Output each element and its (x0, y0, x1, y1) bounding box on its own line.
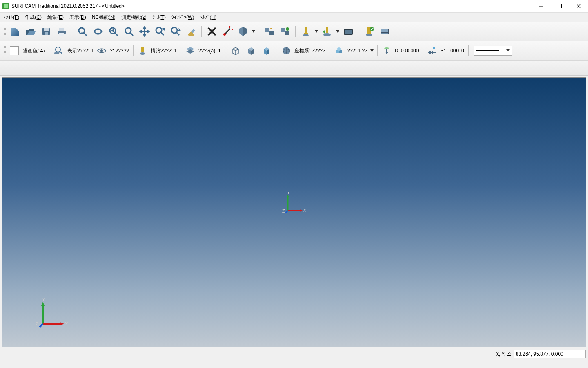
open-file-button[interactable] (24, 25, 38, 38)
zoom-fit-button[interactable] (122, 25, 136, 38)
svg-rect-7 (44, 28, 49, 31)
stock-setup-dropdown[interactable] (336, 25, 340, 38)
layers-label[interactable]: ????(a): 1 (198, 48, 222, 54)
visibility-icon[interactable] (96, 45, 107, 56)
tool-library-dropdown[interactable] (314, 25, 318, 38)
viewport-frame: Y X Z Y X Z (2, 77, 586, 347)
print-button[interactable] (55, 25, 69, 38)
svg-point-86 (337, 47, 341, 51)
svg-text:Z: Z (36, 321, 38, 326)
linetype-preview (476, 50, 499, 52)
close-button[interactable] (569, 0, 588, 12)
stock-setup-button[interactable] (320, 25, 334, 38)
svg-line-104 (285, 211, 288, 213)
status-bar: X, Y, Z: 83.264, 95.877, 0.000 (0, 349, 588, 359)
tool-library-button[interactable] (299, 25, 313, 38)
depth-label[interactable]: D: 0.00000 (394, 48, 420, 54)
delete-button[interactable] (205, 25, 219, 38)
svg-marker-73 (186, 49, 194, 54)
rotate-view-button[interactable] (91, 25, 105, 38)
zoom-window-button[interactable] (76, 25, 89, 38)
svg-point-12 (79, 28, 85, 34)
svg-point-52 (303, 34, 309, 36)
undo-delete-button[interactable] (220, 25, 234, 38)
minimize-button[interactable] (532, 0, 550, 12)
svg-rect-48 (285, 31, 289, 35)
draw-color-label: 描画色: 47 (22, 47, 47, 54)
zoom-out-button[interactable] (169, 25, 183, 38)
zoom-previous-button[interactable] (107, 25, 120, 38)
svg-rect-64 (381, 29, 388, 32)
clear-view-button[interactable] (184, 25, 198, 38)
toolbar-gripper-icon[interactable] (4, 45, 6, 56)
layers-icon[interactable] (185, 45, 196, 56)
maximize-button[interactable] (550, 0, 569, 12)
menu-tools[interactable]: ﾂｰﾙ(T) (152, 14, 166, 20)
svg-line-112 (40, 324, 43, 327)
construction-icon[interactable] (137, 45, 148, 56)
spacing-label[interactable]: S: 1.00000 (439, 48, 465, 54)
wireframe-mode-button[interactable] (229, 44, 243, 58)
svg-text:X: X (303, 208, 307, 213)
svg-point-71 (140, 52, 145, 55)
svg-point-32 (172, 27, 177, 33)
menu-measure[interactable]: 測定機能(z) (121, 14, 147, 21)
menu-view[interactable]: 表示(D) (69, 14, 86, 21)
new-file-button[interactable] (8, 25, 22, 38)
post-process-button[interactable] (378, 25, 392, 38)
svg-point-90 (384, 47, 389, 49)
linetype-select[interactable] (474, 46, 512, 56)
svg-marker-110 (60, 322, 64, 325)
snap-icon[interactable] (333, 45, 345, 56)
operation-manager-button[interactable] (278, 25, 292, 38)
view-layer-label[interactable]: 表示????: 1 (67, 47, 94, 54)
toolbar-spacer (0, 61, 588, 76)
svg-line-13 (84, 33, 87, 36)
spacing-icon[interactable] (426, 45, 438, 56)
menu-nc[interactable]: NC機能(N) (92, 14, 116, 21)
snap-dropdown[interactable] (370, 44, 374, 58)
pan-view-button[interactable] (138, 25, 151, 38)
zoom-in-button[interactable] (153, 25, 167, 38)
verify-button[interactable] (362, 25, 376, 38)
mask-dropdown[interactable] (252, 25, 256, 38)
svg-point-96 (433, 47, 435, 49)
snap-label[interactable]: ???: 1 ?? (346, 48, 368, 54)
shaded-wire-mode-button[interactable] (260, 44, 274, 58)
shaded-mode-button[interactable] (244, 44, 258, 58)
viewport-3d[interactable]: Y X Z Y X Z (2, 78, 586, 347)
toolbar-separator-icon (259, 26, 259, 37)
manage-operations-button[interactable] (263, 25, 276, 38)
svg-rect-44 (265, 28, 270, 32)
toolbar-separator-icon (201, 26, 202, 37)
svg-rect-70 (141, 47, 144, 52)
simulation-button[interactable] (341, 25, 355, 38)
coord-system-label[interactable]: 座標系: ????? (294, 47, 326, 54)
coord-system-icon[interactable] (281, 45, 292, 56)
toolbar-separator-icon (277, 45, 277, 56)
toolbar-separator-icon (377, 45, 378, 56)
save-file-button[interactable] (39, 25, 53, 38)
window-title-bar: SURFCAM Traditional 2021.0.2052.217 - <U… (0, 0, 588, 13)
svg-line-33 (176, 32, 179, 35)
view-layer-icon[interactable] (53, 45, 65, 56)
svg-rect-59 (345, 30, 352, 34)
construction-label[interactable]: 構築????: 1 (150, 47, 178, 54)
menu-create[interactable]: 作成(C) (25, 14, 42, 21)
menu-help[interactable]: ﾍﾙﾌﾟ(H) (200, 14, 216, 20)
toolbar-properties: 描画色: 47 表示????: 1 ?: ????? 構築????: 1 (0, 41, 588, 61)
mask-button[interactable] (236, 25, 250, 38)
toolbar-main (0, 22, 588, 41)
menu-window[interactable]: ｳｨﾝﾄﾞｳ(W) (172, 14, 194, 20)
draw-color-swatch[interactable] (10, 46, 19, 55)
axis-gizmo-center: Y X Z (280, 192, 308, 221)
toolbar-gripper-icon[interactable] (4, 26, 6, 37)
svg-rect-14 (80, 29, 83, 32)
app-icon (2, 3, 9, 9)
menu-file[interactable]: ﾌｧｲﾙ(F) (3, 14, 19, 20)
svg-rect-10 (59, 28, 64, 31)
depth-icon[interactable] (381, 45, 392, 56)
visibility-label[interactable]: ?: ????? (109, 48, 130, 54)
svg-marker-107 (41, 302, 45, 306)
menu-edit[interactable]: 編集(E) (47, 14, 64, 21)
